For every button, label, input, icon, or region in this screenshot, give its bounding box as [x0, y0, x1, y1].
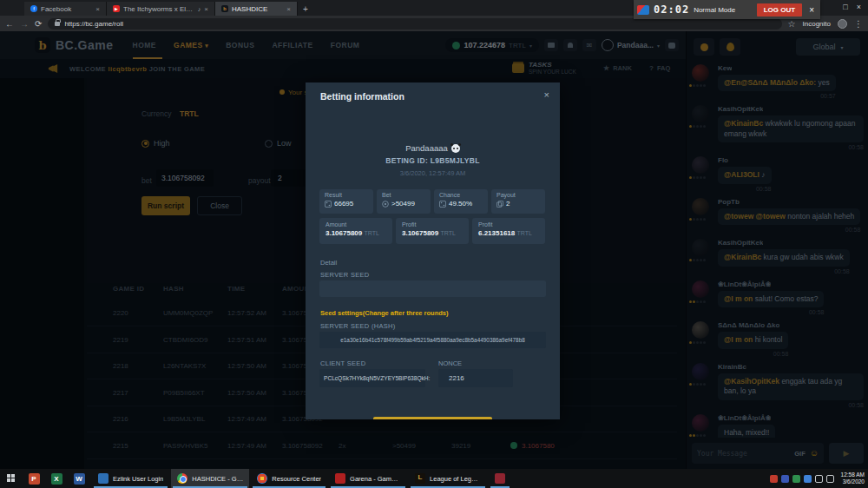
browser-tabstrip: fFacebook×▶The Itchyworms x Ely Buend♪×b… [0, 0, 868, 16]
taskbar-button-label: HASHDICE - Googl... [192, 475, 243, 483]
modal-title: Betting information [320, 91, 404, 102]
word-icon: W [74, 473, 85, 485]
amount-label: Profit [478, 221, 539, 228]
youtube-icon: ▶ [113, 5, 120, 12]
speaker-icon[interactable] [826, 475, 834, 483]
stat-value: 2 [496, 200, 540, 208]
amount-unit: TRTL [441, 230, 456, 236]
system-tray: 12:58 AM 3/6/2020 [770, 469, 868, 488]
nonce-input[interactable]: 2216 [438, 369, 513, 387]
facebook-icon: f [30, 5, 37, 12]
player-name[interactable]: Pandaaaaa [306, 143, 560, 153]
tab-title: Facebook [41, 5, 92, 13]
detail-label: Detail [320, 259, 337, 267]
amount-card-profit: Profit3.10675809 TRTL [396, 218, 469, 244]
browser-tab[interactable]: ▶The Itchyworms x Ely Buend♪× [107, 2, 215, 16]
league-icon: L [415, 473, 425, 484]
stat-card-payout: Payout2 [491, 189, 545, 214]
modal-close-icon[interactable]: × [544, 89, 549, 100]
amount-label: Amount [326, 221, 386, 228]
ezlink-icon [98, 473, 108, 484]
tray-app-icon[interactable] [792, 475, 800, 483]
logout-button[interactable]: LOG OUT [757, 3, 802, 16]
lock-icon [55, 22, 60, 26]
bcgame-icon: b [221, 5, 228, 12]
stat-label: Bet [382, 192, 425, 198]
taskbar-button-label: Ezlink User Login [113, 475, 163, 483]
windows-start-icon [7, 474, 16, 483]
stat-cards-row: Result66695Bet>50499Chance49.50%Payout2 [319, 189, 546, 214]
tab-audio-icon: ♪ [198, 6, 201, 12]
back-icon[interactable]: ← [5, 19, 14, 29]
taskbar-clock[interactable]: 12:58 AM 3/6/2020 [841, 472, 865, 486]
tab-close-icon[interactable]: × [95, 5, 100, 13]
betting-info-modal: Betting information × Pandaaaaa BETING I… [306, 82, 560, 419]
window-maximize-button[interactable]: □ [843, 3, 847, 11]
start-button[interactable] [0, 469, 23, 488]
amount-unit: TRTL [365, 230, 379, 236]
new-tab-button[interactable]: + [303, 4, 308, 14]
timer-time: 02:02 [654, 3, 689, 16]
taskbar-button[interactable]: Resource Center [251, 469, 327, 488]
tab-close-icon[interactable]: × [204, 5, 208, 13]
browser-tab[interactable]: fFacebook× [24, 2, 107, 16]
page-content: b BC.Game HOMEGAMES ▾BONUSAFFILIATEFORUM… [0, 31, 868, 469]
amount-card-profit: Profit6.21351618 TRTL [472, 218, 545, 244]
resource-icon [257, 473, 267, 484]
server-seed-hash-input[interactable]: e1a30e16b41c578f499b59ab4f5219a4f5880aa9… [319, 332, 546, 348]
taskbar: PXW Ezlink User LoginHASHDICE - Googl...… [0, 469, 868, 488]
word-button[interactable]: W [68, 469, 90, 488]
tray-app-icon[interactable] [770, 475, 778, 483]
url-bar[interactable]: https://bc.game/roll [48, 18, 781, 30]
screen: fFacebook×▶The Itchyworms x Ely Buend♪×b… [0, 0, 868, 488]
network-icon[interactable] [815, 475, 823, 483]
chrome-icon [177, 473, 187, 484]
amount-card-amount: Amount3.10675809 TRTL [319, 218, 392, 244]
cafe-timer-widget: 02:02 Normal Mode LOG OUT × [634, 0, 820, 19]
window-close-button[interactable]: × [857, 3, 861, 11]
taskbar-button[interactable]: Garena - Game Cen... [329, 469, 407, 488]
cards-icon [496, 201, 503, 208]
stat-value-text: >50499 [391, 200, 415, 208]
panda-icon [451, 144, 460, 153]
tab-title: HASHDICE [232, 5, 283, 13]
client-seed-label: CLIENT SEED [320, 359, 365, 367]
powerpoint-button[interactable]: P [23, 469, 45, 488]
tab-title: The Itchyworms x Ely Buend [123, 5, 194, 13]
taskbar-button[interactable]: LLeague of Legends [409, 469, 487, 488]
stat-label: Payout [496, 192, 540, 198]
taskbar-button[interactable]: Ezlink User Login [92, 469, 169, 488]
browser-tab[interactable]: bHASHDICE× [215, 2, 298, 16]
stat-value-text: 49.50% [449, 200, 472, 208]
server-seed-hash-label: SERVER SEED (HASH) [320, 322, 396, 330]
pinned-app-icon [495, 473, 505, 484]
incognito-avatar[interactable] [838, 19, 847, 29]
excel-icon: X [51, 473, 62, 485]
timer-close-icon[interactable]: × [806, 5, 817, 15]
taskbar-button[interactable]: HASHDICE - Googl... [171, 469, 249, 488]
refresh-icon[interactable]: ⟳ [35, 19, 42, 29]
taskbar-button-label: Resource Center [272, 475, 321, 483]
stat-card-result: Result66695 [319, 189, 373, 214]
bookmark-star-icon[interactable]: ☆ [788, 19, 796, 29]
taskbar-button[interactable] [489, 469, 511, 488]
excel-button[interactable]: X [45, 469, 68, 488]
onedrive-icon[interactable] [804, 475, 812, 483]
forward-icon[interactable]: → [20, 19, 29, 29]
menu-dots-icon[interactable]: ⋮ [854, 19, 863, 29]
tab-close-icon[interactable]: × [286, 5, 291, 13]
target-icon [382, 201, 389, 208]
stat-value: 66695 [325, 200, 368, 208]
tray-app-icon[interactable] [781, 475, 789, 483]
url-text: https://bc.game/roll [64, 20, 123, 28]
taskbar-button-label: Garena - Game Cen... [350, 475, 401, 483]
incognito-label: Incognito [803, 20, 831, 28]
modal-bottom-button[interactable] [373, 417, 492, 419]
client-seed-input[interactable]: PCLcQSk7HYk8qN5VZYEY5BlP638QkH: [319, 369, 425, 387]
server-seed-label: SERVER SEED [320, 271, 370, 279]
taskbar-button-label: League of Legends [430, 475, 481, 483]
stat-value: 49.50% [439, 200, 483, 208]
dice-icon [325, 201, 332, 208]
timer-mode-label: Normal Mode [694, 6, 753, 14]
server-seed-input[interactable] [319, 280, 546, 297]
